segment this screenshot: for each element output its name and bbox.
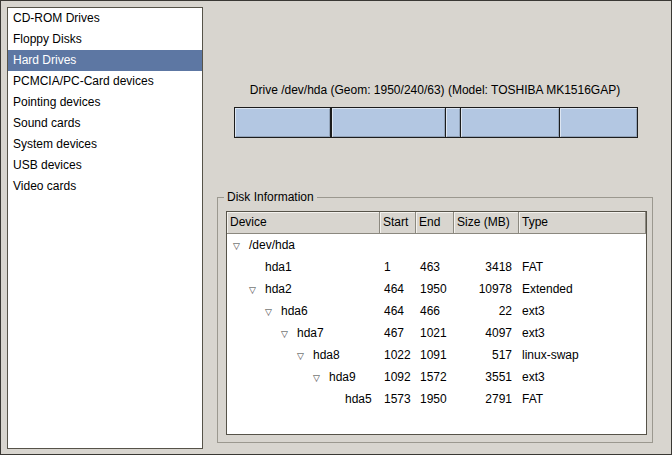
table-row-hda6[interactable]: ▽hda6 464 466 22 ext3: [227, 300, 646, 322]
device-label: hda1: [265, 260, 292, 274]
expander-down-icon[interactable]: ▽: [233, 235, 249, 256]
sidebar-item-hard-drives[interactable]: Hard Drives: [8, 50, 202, 71]
disk-table-body: ▽/dev/hda ▽hda1 1 463 3418 FAT ▽hda2 464…: [227, 234, 646, 434]
type-cell: FAT: [519, 256, 646, 278]
sidebar-item-sound-cards[interactable]: Sound cards: [8, 113, 202, 134]
partition-segment-hda7[interactable]: [331, 108, 445, 137]
expander-down-icon[interactable]: ▽: [249, 279, 265, 300]
disk-information-label: Disk Information: [224, 190, 317, 204]
end-cell: [416, 234, 454, 256]
end-cell: 466: [416, 300, 454, 322]
sidebar-item-video-cards[interactable]: Video cards: [8, 176, 202, 197]
start-cell: 1573: [380, 388, 416, 410]
table-row-hda1[interactable]: ▽hda1 1 463 3418 FAT: [227, 256, 646, 278]
device-label: hda9: [329, 370, 356, 384]
sidebar-item-label: Video cards: [13, 179, 76, 193]
sidebar-item-pcmcia-pc-card-devices[interactable]: PCMCIA/PC-Card devices: [8, 71, 202, 92]
device-cell: ▽hda9: [227, 366, 380, 388]
sidebar-item-cd-rom-drives[interactable]: CD-ROM Drives: [8, 8, 202, 29]
start-cell: 467: [380, 322, 416, 344]
size-cell: 2791: [454, 388, 519, 410]
table-row-hda7[interactable]: ▽hda7 467 1021 4097 ext3: [227, 322, 646, 344]
sidebar-item-label: Pointing devices: [13, 95, 100, 109]
type-cell: FAT: [519, 388, 646, 410]
device-label: /dev/hda: [249, 238, 295, 252]
end-cell: 1950: [416, 278, 454, 300]
size-cell: 3418: [454, 256, 519, 278]
start-cell: 1022: [380, 344, 416, 366]
disk-information-group: Disk Information DeviceStartEndSize (MB)…: [217, 197, 653, 443]
end-cell: 1572: [416, 366, 454, 388]
type-cell: Extended: [519, 278, 646, 300]
device-cell: ▽hda7: [227, 322, 380, 344]
sidebar-item-label: Floppy Disks: [13, 32, 82, 46]
sidebar-item-system-devices[interactable]: System devices: [8, 134, 202, 155]
sidebar-item-floppy-disks[interactable]: Floppy Disks: [8, 29, 202, 50]
end-cell: 1021: [416, 322, 454, 344]
start-cell: [380, 234, 416, 256]
device-label: hda2: [265, 282, 292, 296]
type-cell: ext3: [519, 322, 646, 344]
device-label: hda5: [345, 392, 372, 406]
device-label: hda7: [297, 326, 324, 340]
device-cell: ▽hda1: [227, 256, 380, 278]
device-cell: ▽hda6: [227, 300, 380, 322]
start-cell: 464: [380, 300, 416, 322]
device-label: hda8: [313, 348, 340, 362]
end-cell: 1950: [416, 388, 454, 410]
expander-down-icon[interactable]: ▽: [297, 345, 313, 366]
start-cell: 1: [380, 256, 416, 278]
type-cell: ext3: [519, 300, 646, 322]
start-cell: 1092: [380, 366, 416, 388]
end-cell: 1091: [416, 344, 454, 366]
table-row-hda5[interactable]: ▽hda5 1573 1950 2791 FAT: [227, 388, 646, 410]
sidebar-item-label: CD-ROM Drives: [13, 11, 100, 25]
device-cell: ▽hda2: [227, 278, 380, 300]
start-cell: 464: [380, 278, 416, 300]
partition-bar: [234, 107, 638, 138]
partition-segment-hda8[interactable]: [445, 108, 459, 137]
sidebar-item-label: USB devices: [13, 158, 82, 172]
column-header-type[interactable]: Type: [519, 212, 646, 234]
sidebar-item-label: Hard Drives: [13, 53, 76, 67]
sidebar-item-label: Sound cards: [13, 116, 80, 130]
type-cell: linux-swap: [519, 344, 646, 366]
table-row-hda2[interactable]: ▽hda2 464 1950 10978 Extended: [227, 278, 646, 300]
end-cell: 463: [416, 256, 454, 278]
column-header-start[interactable]: Start: [380, 212, 416, 234]
size-cell: 517: [454, 344, 519, 366]
device-category-list[interactable]: CD-ROM Drives Floppy Disks Hard Drives P…: [7, 7, 203, 449]
disk-table-header: DeviceStartEndSize (MB)Type: [227, 212, 646, 234]
column-header-size-mb[interactable]: Size (MB): [454, 212, 519, 234]
sidebar-item-label: System devices: [13, 137, 97, 151]
table-row-hda8[interactable]: ▽hda8 1022 1091 517 linux-swap: [227, 344, 646, 366]
column-header-end[interactable]: End: [416, 212, 454, 234]
expander-down-icon[interactable]: ▽: [265, 301, 281, 322]
expander-down-icon[interactable]: ▽: [313, 367, 329, 388]
device-cell: ▽hda5: [227, 388, 380, 410]
partition-segment-hda5[interactable]: [559, 108, 637, 137]
partition-segment-hda1[interactable]: [235, 108, 330, 137]
disk-table: DeviceStartEndSize (MB)Type ▽/dev/hda ▽h…: [226, 211, 647, 435]
drive-title: Drive /dev/hda (Geom: 1950/240/63) (Mode…: [217, 83, 653, 97]
partition-segment-hda9[interactable]: [460, 108, 559, 137]
size-cell: 4097: [454, 322, 519, 344]
type-cell: ext3: [519, 366, 646, 388]
sidebar-item-usb-devices[interactable]: USB devices: [8, 155, 202, 176]
expander-down-icon[interactable]: ▽: [281, 323, 297, 344]
size-cell: 3551: [454, 366, 519, 388]
size-cell: 10978: [454, 278, 519, 300]
sidebar-item-pointing-devices[interactable]: Pointing devices: [8, 92, 202, 113]
table-row-hda9[interactable]: ▽hda9 1092 1572 3551 ext3: [227, 366, 646, 388]
size-cell: [454, 234, 519, 256]
device-label: hda6: [281, 304, 308, 318]
device-cell: ▽hda8: [227, 344, 380, 366]
sidebar-item-label: PCMCIA/PC-Card devices: [13, 74, 154, 88]
hardware-browser-window: CD-ROM Drives Floppy Disks Hard Drives P…: [0, 0, 672, 455]
device-cell: ▽/dev/hda: [227, 234, 380, 256]
table-row-dev-hda[interactable]: ▽/dev/hda: [227, 234, 646, 256]
size-cell: 22: [454, 300, 519, 322]
type-cell: [519, 234, 646, 256]
column-header-device[interactable]: Device: [227, 212, 380, 234]
